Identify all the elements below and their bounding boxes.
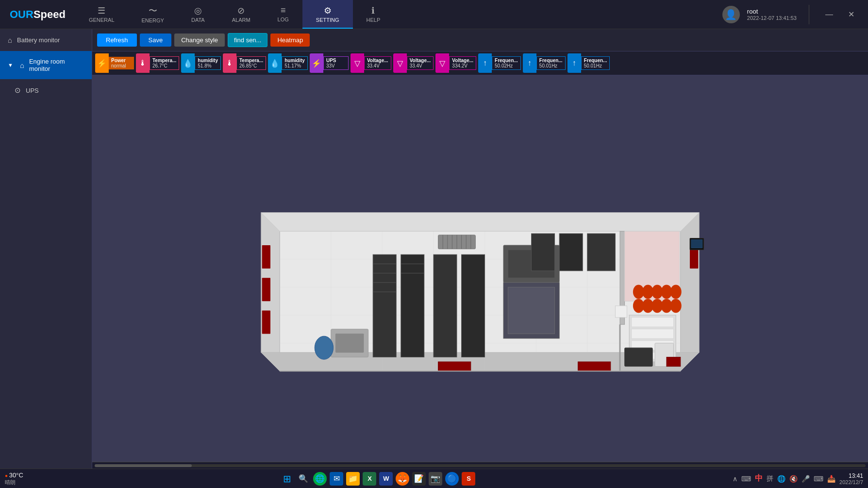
- nav-data[interactable]: ◎ DATA: [178, 0, 218, 29]
- sidebar-engine-label: Engine room monitor: [29, 58, 84, 72]
- data-icon: ◎: [194, 5, 202, 16]
- sidebar-item-battery-monitor[interactable]: ⌂ Battery monitor: [0, 29, 92, 51]
- titlebar: OURSpeed ☰ GENERAL 〜 ENERGY ◎ DATA ⊘ ALA…: [0, 0, 868, 29]
- hum2-icon: 💧: [268, 53, 282, 73]
- sensor-ups[interactable]: ⚡ UPS 33V: [310, 53, 349, 73]
- camera-button[interactable]: 📷: [429, 472, 442, 486]
- ups-text: UPS 33V: [323, 56, 349, 70]
- temp2-value: 26.85°C: [239, 63, 263, 68]
- svg-rect-17: [262, 278, 270, 301]
- input-method-icon[interactable]: 中: [755, 473, 763, 484]
- sensor-volt2[interactable]: ▽ Voltage... 33.4V: [393, 53, 434, 73]
- title-right: 👤 root 2022-12-07 13:41:53 — ✕: [713, 5, 868, 24]
- svg-point-26: [670, 285, 682, 299]
- svg-point-61: [315, 336, 333, 359]
- sensor-bar: ⚡ Power normal 🌡 Tempera... 26.7°C 💧 hum…: [92, 51, 868, 75]
- horizontal-scrollbar[interactable]: [92, 462, 868, 469]
- sensor-volt3[interactable]: ▽ Voltage... 334.2V: [435, 53, 476, 73]
- weather-info: ● 30°C 晴朗: [5, 471, 23, 486]
- log-icon: ≡: [281, 5, 286, 16]
- nav-energy-label: ENERGY: [142, 17, 164, 23]
- svg-rect-56: [438, 362, 471, 371]
- app-button[interactable]: S: [462, 472, 475, 486]
- svg-rect-33: [401, 254, 424, 357]
- excel-button[interactable]: X: [363, 472, 376, 486]
- map-area[interactable]: [92, 75, 868, 462]
- svg-rect-72: [615, 306, 627, 318]
- chevron-up-icon[interactable]: ∧: [733, 475, 737, 483]
- engine-room-icon: ⌂: [20, 61, 24, 69]
- volt1-icon: ▽: [351, 53, 364, 73]
- close-button[interactable]: ✕: [844, 8, 858, 21]
- nav-alarm[interactable]: ⊘ ALARM: [218, 0, 264, 29]
- logo-our: OUR: [10, 8, 33, 20]
- mic-icon[interactable]: 🎤: [801, 475, 810, 483]
- power-value: normal: [111, 63, 132, 68]
- sensor-temp1[interactable]: 🌡 Tempera... 26.7°C: [136, 53, 179, 73]
- weather-desc: 晴朗: [5, 479, 23, 486]
- start-button[interactable]: ⊞: [280, 472, 294, 486]
- browser-button[interactable]: 🌐: [313, 472, 327, 486]
- chevron-down-icon: ▼: [8, 62, 13, 68]
- hum2-text: humidity 51.17%: [282, 56, 308, 70]
- sensor-power[interactable]: ⚡ Power normal: [95, 53, 134, 73]
- scroll-thumb[interactable]: [95, 464, 192, 467]
- volt2-value: 33.4V: [410, 63, 431, 68]
- svg-rect-71: [691, 239, 702, 248]
- freq3-name: Frequen...: [584, 58, 607, 63]
- minimize-button[interactable]: —: [821, 8, 837, 21]
- heatmap-button[interactable]: Heatmap: [270, 34, 310, 47]
- alarm-icon: ⊘: [237, 5, 245, 16]
- word-button[interactable]: W: [379, 472, 393, 486]
- tray-icon[interactable]: 📥: [827, 475, 835, 483]
- keyboard2-icon[interactable]: ⌨: [814, 475, 823, 483]
- network-icon[interactable]: 🌐: [777, 475, 785, 483]
- app-logo: OURSpeed: [0, 8, 75, 21]
- sensor-freq3[interactable]: ↑ Frequen... 50.01Hz: [568, 53, 610, 73]
- volt3-name: Voltage...: [452, 58, 473, 63]
- notes-button[interactable]: 📝: [412, 472, 426, 486]
- svg-rect-46: [532, 234, 555, 271]
- nav-log[interactable]: ≡ LOG: [264, 0, 302, 29]
- volt1-value: 33.4V: [367, 63, 388, 68]
- svg-rect-60: [335, 334, 364, 352]
- outlook-button[interactable]: ✉: [330, 472, 343, 486]
- change-style-button[interactable]: Change style: [174, 34, 225, 47]
- pinyin-icon[interactable]: 拼: [767, 474, 773, 483]
- sensor-volt1[interactable]: ▽ Voltage... 33.4V: [351, 53, 391, 73]
- speaker-icon[interactable]: 🔇: [789, 475, 798, 483]
- blue-app-button[interactable]: 🔵: [445, 472, 459, 486]
- svg-rect-51: [632, 329, 673, 338]
- nav-help[interactable]: ℹ HELP: [353, 0, 394, 29]
- sensor-freq2[interactable]: ↑ Frequen... 50.01Hz: [523, 53, 566, 73]
- save-button[interactable]: Save: [140, 34, 172, 47]
- power-text: Power normal: [109, 57, 134, 69]
- sensor-freq1[interactable]: ↑ Frequen... 50.02Hz: [478, 53, 521, 73]
- temp2-name: Tempera...: [239, 58, 263, 63]
- sensor-temp2[interactable]: 🌡 Tempera... 26.85°C: [223, 53, 266, 73]
- svg-rect-18: [262, 310, 270, 334]
- find-sensor-button[interactable]: find sen...: [228, 33, 267, 47]
- nav-energy[interactable]: 〜 ENERGY: [128, 0, 178, 29]
- refresh-button[interactable]: Refresh: [97, 34, 137, 47]
- search-taskbar-button[interactable]: 🔍: [297, 472, 310, 486]
- explorer-button[interactable]: 📁: [346, 472, 360, 486]
- browser2-button[interactable]: 🦊: [396, 472, 409, 486]
- svg-rect-48: [587, 234, 616, 271]
- sensor-hum1[interactable]: 💧 humidity 51.8%: [181, 53, 221, 73]
- svg-rect-57: [578, 362, 611, 371]
- nav-general[interactable]: ☰ GENERAL: [75, 0, 128, 29]
- setting-icon: ⚙: [324, 5, 332, 16]
- sensor-hum2[interactable]: 💧 humidity 51.17%: [268, 53, 308, 73]
- svg-rect-41: [462, 254, 485, 357]
- sidebar-item-ups[interactable]: ⊙ UPS: [0, 79, 92, 101]
- svg-rect-47: [559, 234, 583, 271]
- freq2-name: Frequen...: [539, 58, 563, 63]
- nav-setting[interactable]: ⚙ SETTING: [302, 0, 353, 29]
- taskbar-center: ⊞ 🔍 🌐 ✉ 📁 X W 🦊 📝 📷 🔵 S: [28, 472, 728, 486]
- keyboard-icon[interactable]: ⌨: [741, 475, 751, 483]
- sidebar-item-engine-room[interactable]: ▼ ⌂ Engine room monitor: [0, 51, 92, 79]
- temp2-text: Tempera... 26.85°C: [236, 56, 266, 70]
- nav-menu: ☰ GENERAL 〜 ENERGY ◎ DATA ⊘ ALARM ≡ LOG …: [75, 0, 713, 29]
- hum1-name: humidity: [198, 58, 218, 63]
